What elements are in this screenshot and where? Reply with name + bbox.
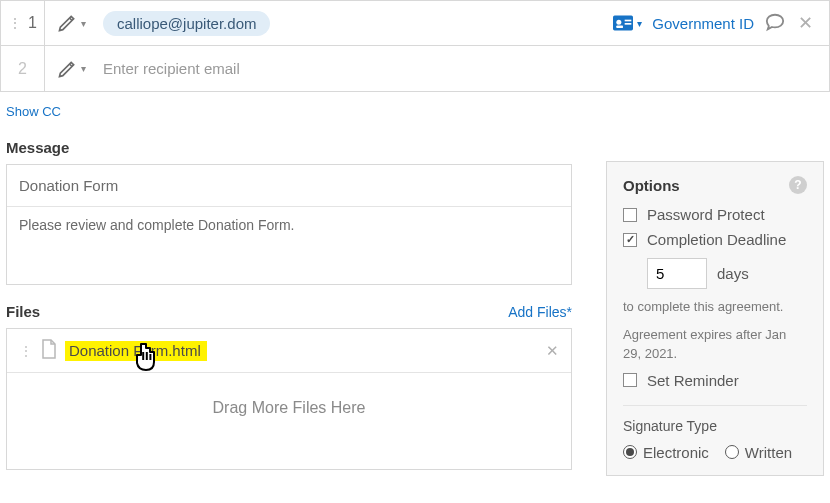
drag-handle-icon: ⋮ bbox=[8, 16, 22, 30]
svg-rect-2 bbox=[617, 26, 624, 29]
message-heading: Message bbox=[6, 139, 572, 156]
signature-type-heading: Signature Type bbox=[623, 418, 807, 434]
auth-type-label[interactable]: Government ID bbox=[652, 15, 754, 32]
remove-recipient-button[interactable]: ✕ bbox=[796, 12, 815, 34]
password-protect-option[interactable]: Password Protect bbox=[623, 206, 807, 223]
chevron-down-icon: ▾ bbox=[81, 18, 86, 29]
recipient-row-2: 2 ▾ bbox=[0, 46, 830, 92]
signature-electronic-option[interactable]: Electronic bbox=[623, 444, 709, 461]
file-row[interactable]: ⋮ Donation Form.html ✕ bbox=[7, 329, 571, 373]
set-reminder-option[interactable]: Set Reminder bbox=[623, 372, 807, 389]
pen-icon bbox=[57, 59, 77, 79]
recipient-number: 1 bbox=[28, 14, 37, 32]
recipient-role-picker-1[interactable]: ▾ bbox=[45, 1, 97, 45]
deadline-note-2: Agreement expires after Jan 29, 2021. bbox=[623, 325, 807, 364]
drop-zone[interactable]: Drag More Files Here bbox=[7, 373, 571, 469]
signature-electronic-label: Electronic bbox=[643, 444, 709, 461]
help-icon[interactable]: ? bbox=[789, 176, 807, 194]
recipient-number: 2 bbox=[18, 60, 27, 78]
checkbox-icon bbox=[623, 373, 637, 387]
add-files-link[interactable]: Add Files* bbox=[508, 304, 572, 320]
private-message-button[interactable] bbox=[764, 12, 786, 35]
id-card-icon bbox=[613, 15, 633, 31]
chevron-down-icon: ▾ bbox=[81, 63, 86, 74]
completion-deadline-option[interactable]: Completion Deadline bbox=[623, 231, 807, 248]
signature-written-option[interactable]: Written bbox=[725, 444, 792, 461]
files-heading: Files bbox=[6, 303, 40, 320]
days-label: days bbox=[717, 265, 749, 282]
chevron-down-icon: ▾ bbox=[637, 18, 642, 29]
close-icon: ✕ bbox=[546, 342, 559, 359]
options-panel: Options ? Password Protect Completion De… bbox=[606, 161, 824, 476]
recipient-row-1: ⋮ 1 ▾ calliope@jupiter.dom ▾ bbox=[0, 0, 830, 46]
set-reminder-label: Set Reminder bbox=[647, 372, 739, 389]
message-box: Please review and complete Donation Form… bbox=[6, 164, 572, 285]
deadline-note-1: to complete this agreement. bbox=[623, 297, 807, 317]
password-protect-label: Password Protect bbox=[647, 206, 765, 223]
options-heading: Options bbox=[623, 177, 680, 194]
files-box: ⋮ Donation Form.html ✕ Drag More Files H… bbox=[6, 328, 572, 470]
message-subject-input[interactable] bbox=[7, 165, 571, 207]
checkbox-checked-icon bbox=[623, 233, 637, 247]
drag-handle-icon: ⋮ bbox=[19, 343, 33, 359]
completion-deadline-label: Completion Deadline bbox=[647, 231, 786, 248]
recipient-email-chip[interactable]: calliope@jupiter.dom bbox=[103, 11, 270, 36]
file-name: Donation Form.html bbox=[65, 341, 207, 361]
recipient-grip-1[interactable]: ⋮ 1 bbox=[1, 1, 45, 45]
recipient-role-picker-2[interactable]: ▾ bbox=[45, 46, 97, 91]
message-body-textarea[interactable]: Please review and complete Donation Form… bbox=[7, 207, 571, 281]
show-cc-link[interactable]: Show CC bbox=[0, 92, 67, 129]
file-icon bbox=[41, 339, 57, 362]
signature-written-label: Written bbox=[745, 444, 792, 461]
checkbox-icon bbox=[623, 208, 637, 222]
radio-checked-icon bbox=[623, 445, 637, 459]
pen-icon bbox=[57, 13, 77, 33]
recipient-grip-2: 2 bbox=[1, 46, 45, 91]
auth-type-picker[interactable]: ▾ bbox=[613, 15, 642, 31]
svg-point-1 bbox=[617, 20, 622, 25]
svg-rect-3 bbox=[625, 20, 632, 22]
remove-file-button[interactable]: ✕ bbox=[546, 342, 559, 360]
close-icon: ✕ bbox=[798, 13, 813, 33]
divider bbox=[623, 405, 807, 406]
radio-icon bbox=[725, 445, 739, 459]
speech-bubble-icon bbox=[764, 12, 786, 32]
recipient-email-input[interactable] bbox=[97, 60, 829, 77]
svg-rect-4 bbox=[625, 23, 632, 25]
deadline-days-input[interactable] bbox=[647, 258, 707, 289]
